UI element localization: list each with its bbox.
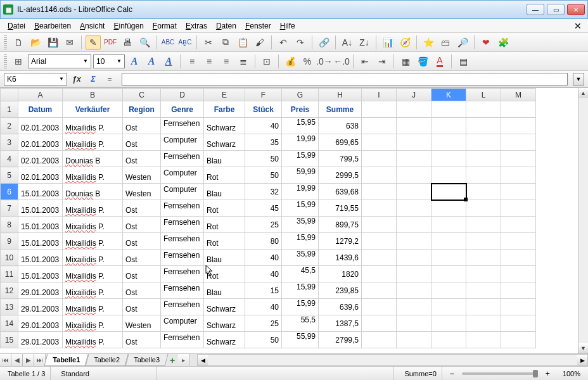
cell-B3[interactable]: Mixailidis P. bbox=[63, 134, 123, 151]
cell-I6[interactable] bbox=[362, 184, 397, 200]
cell-F4[interactable]: 50 bbox=[245, 151, 282, 167]
cell-C5[interactable]: Westen bbox=[123, 167, 161, 184]
cell-L15[interactable] bbox=[466, 332, 501, 348]
cell-A2[interactable]: 02.01.2003 bbox=[18, 118, 63, 134]
cell-A9[interactable]: 15.01.2003 bbox=[18, 233, 63, 250]
cell-C8[interactable]: Ost bbox=[123, 217, 161, 233]
cell-C15[interactable]: Ost bbox=[123, 332, 161, 348]
cell-L4[interactable] bbox=[466, 151, 501, 167]
close-document-button[interactable]: ✕ bbox=[572, 21, 584, 31]
cell-E1[interactable]: Farbe bbox=[204, 101, 245, 118]
zoom-slider[interactable] bbox=[462, 372, 538, 375]
cell-M14[interactable] bbox=[501, 315, 536, 332]
cell-H3[interactable]: 699,65 bbox=[319, 134, 362, 151]
cell-B14[interactable]: Mixailidis P. bbox=[63, 315, 123, 332]
cell-J10[interactable] bbox=[397, 250, 431, 266]
menu-format[interactable]: Format bbox=[149, 20, 181, 32]
cell-B2[interactable]: Mixailidis P. bbox=[63, 118, 123, 134]
cell-name-box[interactable]: K6▼ bbox=[4, 73, 67, 86]
cell-A12[interactable]: 29.01.2003 bbox=[18, 282, 63, 299]
equals-button[interactable]: = bbox=[103, 73, 117, 86]
cell-K3[interactable] bbox=[431, 134, 466, 151]
formula-input[interactable] bbox=[122, 73, 568, 86]
cell-D11[interactable]: Fernsehen bbox=[161, 266, 204, 282]
zoom-button[interactable]: 🔎 bbox=[455, 35, 470, 50]
font-name-select[interactable]: Arial▼ bbox=[28, 54, 91, 68]
cell-L2[interactable] bbox=[466, 118, 501, 134]
cell-F9[interactable]: 80 bbox=[245, 233, 282, 250]
cell-C12[interactable]: Ost bbox=[123, 282, 161, 299]
cell-A14[interactable]: 29.01.2003 bbox=[18, 315, 63, 332]
cell-K15[interactable] bbox=[431, 332, 466, 348]
cell-F7[interactable]: 45 bbox=[245, 200, 282, 217]
cell-K5[interactable] bbox=[431, 167, 466, 184]
increase-indent-button[interactable]: ⇥ bbox=[374, 54, 390, 69]
cell-A8[interactable]: 15.01.2003 bbox=[18, 217, 63, 233]
cell-B6[interactable]: Dounias B bbox=[63, 184, 123, 200]
col-header-J[interactable]: J bbox=[397, 89, 431, 101]
zoom-value[interactable]: 100% bbox=[558, 367, 585, 380]
cell-J7[interactable] bbox=[397, 200, 431, 217]
cell-A13[interactable]: 29.01.2003 bbox=[18, 299, 63, 315]
cell-J15[interactable] bbox=[397, 332, 431, 348]
add-decimal-button[interactable]: .0→ bbox=[317, 54, 332, 69]
sort-desc-button[interactable]: Z↓ bbox=[357, 35, 372, 50]
row-header-3[interactable]: 3 bbox=[1, 134, 18, 151]
cell-D15[interactable]: Fernsehen bbox=[161, 332, 204, 348]
cell-B1[interactable]: Verkäufer bbox=[63, 101, 123, 118]
align-justify-button[interactable]: ≣ bbox=[236, 54, 251, 69]
select-all-cell[interactable] bbox=[1, 89, 18, 101]
font-size-select[interactable]: 10▼ bbox=[93, 54, 125, 68]
data-sources-button[interactable]: 🗃 bbox=[438, 35, 453, 50]
cell-D7[interactable]: Fernsehen bbox=[161, 200, 204, 217]
cell-E7[interactable]: Rot bbox=[204, 200, 245, 217]
cell-M15[interactable] bbox=[501, 332, 536, 348]
add-sheet-button[interactable]: + bbox=[167, 354, 178, 366]
scroll-left-button[interactable]: ◀ bbox=[198, 355, 208, 365]
redo-button[interactable]: ↷ bbox=[293, 35, 308, 50]
cell-L13[interactable] bbox=[466, 299, 501, 315]
align-center-button[interactable]: ≡ bbox=[201, 54, 217, 69]
font-color-button[interactable]: A bbox=[432, 54, 447, 69]
cell-E11[interactable]: Rot bbox=[204, 266, 245, 282]
cell-C3[interactable]: Ost bbox=[123, 134, 161, 151]
formula-dropdown[interactable]: ▼ bbox=[573, 73, 584, 86]
cell-B9[interactable]: Mixailidis P. bbox=[63, 233, 123, 250]
new-button[interactable]: 🗋 bbox=[11, 35, 26, 50]
cell-K9[interactable] bbox=[431, 233, 466, 250]
print-button[interactable]: 🖶 bbox=[120, 35, 135, 50]
cell-D14[interactable]: Computer bbox=[161, 315, 204, 332]
cell-B13[interactable]: Mixailidis P. bbox=[63, 299, 123, 315]
cell-J6[interactable] bbox=[397, 184, 431, 200]
cell-H7[interactable]: 719,55 bbox=[319, 200, 362, 217]
cell-F8[interactable]: 25 bbox=[245, 217, 282, 233]
cell-I3[interactable] bbox=[362, 134, 397, 151]
toolbar-grip[interactable] bbox=[4, 35, 7, 49]
maximize-button[interactable]: ▭ bbox=[547, 4, 565, 15]
col-header-K[interactable]: K bbox=[431, 89, 466, 101]
cell-C13[interactable]: Ost bbox=[123, 299, 161, 315]
row-header-8[interactable]: 8 bbox=[1, 217, 18, 233]
chart-button[interactable]: 📊 bbox=[380, 35, 395, 50]
row-header-1[interactable]: 1 bbox=[1, 101, 18, 118]
cell-D1[interactable]: Genre bbox=[161, 101, 204, 118]
cell-E6[interactable]: Blau bbox=[204, 184, 245, 200]
cell-L5[interactable] bbox=[466, 167, 501, 184]
cell-L11[interactable] bbox=[466, 266, 501, 282]
cell-L1[interactable] bbox=[466, 101, 501, 118]
cell-L6[interactable] bbox=[466, 184, 501, 200]
cell-L10[interactable] bbox=[466, 250, 501, 266]
row-header-10[interactable]: 10 bbox=[1, 250, 18, 266]
cell-B8[interactable]: Mixailidis P. bbox=[63, 217, 123, 233]
tab-nav-more[interactable]: ▸ bbox=[178, 354, 189, 366]
auto-spellcheck-button[interactable]: AḆC bbox=[177, 35, 193, 50]
cell-D9[interactable]: Fernsehen bbox=[161, 233, 204, 250]
col-header-A[interactable]: A bbox=[18, 89, 63, 101]
cell-F2[interactable]: 40 bbox=[245, 118, 282, 134]
edit-button[interactable]: ✎ bbox=[86, 35, 101, 50]
percent-button[interactable]: % bbox=[300, 54, 315, 69]
col-header-L[interactable]: L bbox=[466, 89, 501, 101]
cell-C2[interactable]: Ost bbox=[123, 118, 161, 134]
copy-button[interactable]: ⧉ bbox=[218, 35, 233, 50]
tab-nav-prev[interactable]: ◀ bbox=[11, 354, 23, 366]
